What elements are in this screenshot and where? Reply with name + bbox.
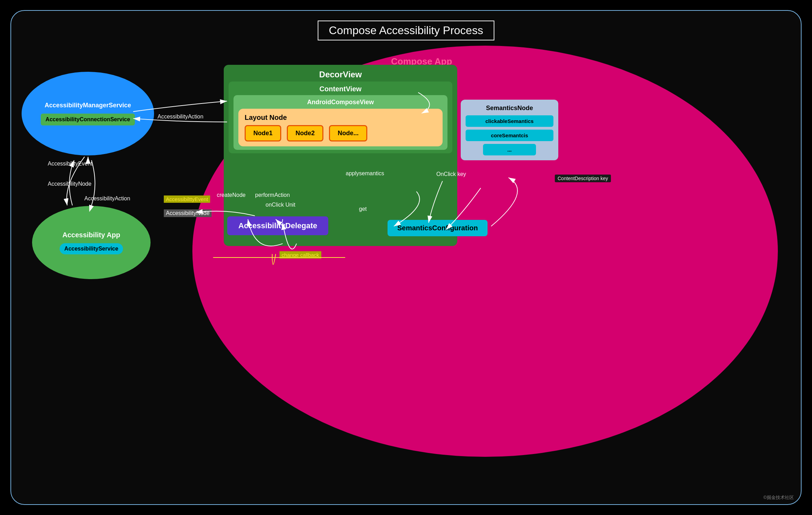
on-click-unit-label: onClick Unit [266, 202, 295, 208]
watermark: ©掘金技术社区 [763, 494, 794, 501]
accessibility-node-label: AccessibilityNode [48, 181, 91, 187]
create-node-label: createNode [217, 192, 246, 198]
on-click-key-label: OnClick key [436, 171, 466, 177]
change-callback-label: change callback [279, 251, 321, 259]
accessibility-manager-ellipse: AccessibilityManagerService Accessibilit… [22, 72, 154, 155]
node1-button[interactable]: Node1 [245, 125, 281, 141]
accessibility-manager-label: AccessibilityManagerService [45, 102, 131, 109]
accessibility-connection-service-button[interactable]: AccessibilityConnectionService [41, 114, 135, 125]
semantics-node-title: SemanticsNode [466, 105, 553, 112]
diagram-title: Compose Accessibility Process [318, 21, 495, 40]
main-container: Compose Accessibility Process Compose Ap… [10, 10, 802, 505]
accessibility-app-label: Accessibility App [62, 231, 120, 239]
layout-node-box: Layout Node Node1 Node2 Node... [238, 109, 443, 146]
accessibility-delegate-button[interactable]: AccessibilityDelegate [227, 216, 328, 235]
node3-button[interactable]: Node... [329, 125, 367, 141]
nodes-row: Node1 Node2 Node... [245, 125, 436, 141]
semantics-ellipsis-button[interactable]: ... [483, 144, 536, 155]
accessibility-service-button[interactable]: AccessibilityService [60, 243, 123, 254]
clickable-semantics-button[interactable]: clickableSemantics [466, 115, 553, 127]
accessibility-event-label: AccessibilityEvent [48, 161, 92, 167]
accessibility-action-top-label: AccessibilityAction [158, 114, 204, 120]
android-compose-view-box: AndroidComposeView Layout Node Node1 Nod… [233, 95, 447, 150]
perform-action-label: performAction [255, 192, 290, 198]
layout-node-label: Layout Node [245, 114, 436, 122]
node2-button[interactable]: Node2 [287, 125, 323, 141]
content-description-key-label: ContentDescription key [555, 175, 611, 182]
semantics-configuration-button[interactable]: SemanticsConfiguration [388, 220, 488, 236]
get-label: get [359, 206, 367, 212]
accessibility-app-ellipse: Accessibility App AccessibilityService [32, 206, 151, 279]
decor-view-label: DecorView [229, 70, 452, 79]
core-semantics-button[interactable]: coreSemantcis [466, 130, 553, 141]
android-compose-view-label: AndroidComposeView [238, 99, 443, 106]
apply-semantics-label: applysemantics [346, 170, 384, 177]
accessibility-event-yellow-label: AccessibilttyEvent [164, 195, 210, 203]
content-view-box: ContentView AndroidComposeView Layout No… [229, 82, 452, 153]
accessibility-action-label: AccessibilityAction [84, 195, 130, 202]
content-view-label: ContentView [233, 85, 447, 93]
semantics-node-box: SemanticsNode clickableSemantics coreSem… [461, 100, 558, 160]
accessibility-node-yellow-label: AccessibilityNode [164, 209, 212, 217]
